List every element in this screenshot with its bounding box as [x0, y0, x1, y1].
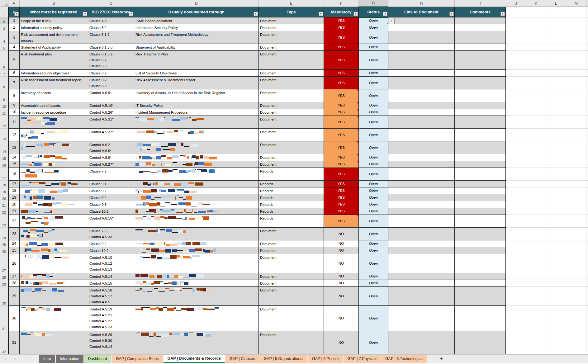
cell-reference[interactable]: Clause 6.1.2 [88, 31, 134, 44]
row-header[interactable]: 16 [0, 161, 8, 168]
empty-cell[interactable] [526, 273, 546, 280]
empty-cell[interactable] [566, 287, 586, 306]
empty-cell[interactable] [526, 154, 546, 161]
row-header[interactable]: 24 [0, 228, 8, 240]
empty-cell[interactable] [566, 154, 586, 161]
cell-comments[interactable] [455, 201, 506, 208]
empty-cell[interactable] [566, 181, 586, 187]
filter-arrow-icon[interactable]: ▼ [449, 12, 454, 16]
empty-cell[interactable] [526, 194, 546, 201]
cell-number[interactable]: 13 [8, 141, 20, 154]
empty-cell[interactable] [526, 17, 546, 24]
cell-comments[interactable] [455, 168, 506, 181]
empty-cell[interactable] [566, 44, 586, 51]
cell-reference[interactable]: Control A.8.9* [88, 154, 134, 161]
cell-link[interactable] [388, 280, 455, 287]
cell-type[interactable]: Document [259, 161, 324, 168]
cell-link[interactable] [388, 102, 455, 109]
empty-cell[interactable] [526, 181, 546, 187]
cell-registered[interactable] [20, 306, 88, 331]
empty-cell[interactable] [546, 17, 566, 24]
cell-registered[interactable]: Information security objectives [20, 70, 88, 77]
cell-status[interactable]: Open [359, 208, 388, 215]
cell-number[interactable]: 11 [8, 116, 20, 129]
empty-cell[interactable] [526, 7, 546, 17]
cell-reference[interactable]: Control A.5.9* [88, 89, 134, 102]
cell-number[interactable]: 29 [8, 287, 20, 306]
cell-comments[interactable] [455, 116, 506, 129]
cell-registered[interactable] [20, 280, 88, 287]
cell-documented[interactable]: Risk Assessment and Treatment Methodolog… [134, 31, 259, 44]
table-header-status[interactable]: Status▼ [359, 7, 388, 17]
row-header[interactable]: 27 [0, 254, 8, 273]
cell-mandatory[interactable]: YES [324, 89, 359, 102]
tab-gap-7-physical[interactable]: GAP | 7.Physical [344, 355, 381, 363]
cell-number[interactable]: 3 [8, 31, 20, 44]
cell-number[interactable]: 7 [8, 77, 20, 89]
cell-status[interactable]: Open [359, 215, 388, 228]
empty-cell[interactable] [506, 187, 526, 194]
empty-cell[interactable] [566, 280, 586, 287]
table-header-type[interactable]: Type▼ [259, 7, 324, 17]
cell-type[interactable]: Records [259, 181, 324, 187]
cell-documented[interactable] [134, 306, 259, 331]
column-header-A[interactable]: A [8, 0, 20, 7]
cell-reference[interactable]: Clause 9.1 [88, 181, 134, 187]
cell-mandatory[interactable]: NO [324, 240, 359, 247]
empty-cell[interactable] [566, 168, 586, 181]
cell-status[interactable]: Open [359, 273, 388, 280]
sheet-nav-prev-icon[interactable]: ‹ [0, 355, 10, 363]
cell-registered[interactable] [20, 273, 88, 280]
empty-cell[interactable] [546, 273, 566, 280]
empty-cell[interactable] [566, 116, 586, 129]
cell-reference[interactable]: Clause 9.2 [88, 194, 134, 201]
cell-comments[interactable] [455, 187, 506, 194]
cell-status[interactable]: Open [359, 287, 388, 306]
cell-mandatory[interactable]: NO [324, 306, 359, 331]
cell-documented[interactable]: Risk Treatment Plan [134, 51, 259, 70]
cell-reference[interactable]: Clause 7.5,Control A.5.33 [88, 228, 134, 240]
empty-cell[interactable] [566, 77, 586, 89]
sheet-nav-next-icon[interactable]: › [10, 355, 20, 363]
cell-link[interactable] [388, 154, 455, 161]
empty-cell[interactable] [566, 215, 586, 228]
cell-reference[interactable]: Clause 6.1.3 eClause 6.2Clause 8.3 [88, 51, 134, 70]
cell-type[interactable]: Document [259, 280, 324, 287]
cell-registered[interactable] [20, 247, 88, 254]
empty-cell[interactable] [506, 31, 526, 44]
cell-registered[interactable] [20, 181, 88, 187]
empty-cell[interactable] [566, 331, 586, 354]
empty-cell[interactable] [506, 228, 526, 240]
cell-type[interactable]: Document [259, 17, 324, 24]
cell-reference[interactable]: Clause 10.2 [88, 208, 134, 215]
cell-status[interactable]: Open [359, 129, 388, 141]
row-header[interactable]: 1 [0, 7, 8, 17]
cell-link[interactable] [388, 247, 455, 254]
cell-status[interactable]: Open [359, 70, 388, 77]
row-header[interactable]: 21 [0, 201, 8, 208]
empty-cell[interactable] [546, 161, 566, 168]
cell-link[interactable] [388, 129, 455, 141]
empty-cell[interactable] [526, 240, 546, 247]
empty-cell[interactable] [526, 306, 546, 331]
cell-registered[interactable]: Statement of Applicability [20, 44, 88, 51]
cell-type[interactable]: Records [259, 194, 324, 201]
empty-cell[interactable] [546, 187, 566, 194]
cell-registered[interactable] [20, 187, 88, 194]
cell-registered[interactable]: Incident response procedure [20, 109, 88, 116]
cell-comments[interactable] [455, 181, 506, 187]
cell-status[interactable]: Open [359, 109, 388, 116]
empty-cell[interactable] [546, 201, 566, 208]
cell-link[interactable] [388, 70, 455, 77]
cell-reference[interactable]: Clause 8.2Clause 8.3 [88, 77, 134, 89]
cell-documented[interactable] [134, 154, 259, 161]
cell-comments[interactable] [455, 273, 506, 280]
tab-gap-compliance-steps[interactable]: GAP | Compliance Steps [112, 355, 163, 363]
cell-registered[interactable]: Risk treatment plan [20, 51, 88, 70]
cell-status[interactable]: Open [359, 31, 388, 44]
cell-status[interactable]: Open [359, 77, 388, 89]
cell-documented[interactable] [134, 228, 259, 240]
cell-registered[interactable]: Inventory of assets [20, 89, 88, 102]
cell-registered[interactable] [20, 116, 88, 129]
row-header[interactable]: 18 [0, 181, 8, 187]
